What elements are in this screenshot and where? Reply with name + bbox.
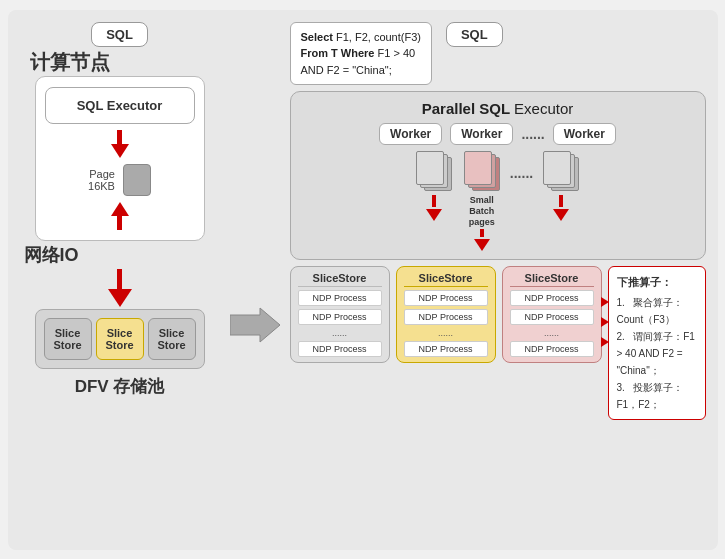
page-area: Page 16KB <box>88 164 151 196</box>
arrow-right-3 <box>601 337 609 347</box>
ss2-ndp1: NDP Process <box>404 290 488 306</box>
right-top-row: Select F1, F2, count(F3) From T Where F1… <box>290 22 706 86</box>
ss2-title: SliceStore <box>404 272 488 287</box>
right-slice-store-3: SliceStore NDP Process NDP Process .....… <box>502 266 602 363</box>
pushdown-title: 下推算子： <box>617 273 697 292</box>
ss1-ndp1: NDP Process <box>298 290 382 306</box>
left-slice-store-1: SliceStore <box>44 318 92 360</box>
compute-node-box: SQL Executor Page 16KB <box>35 76 205 241</box>
ss3-ndp3: NDP Process <box>510 341 594 357</box>
pages-area: SmallBatchpages ...... <box>414 151 581 251</box>
ss1-dots: ...... <box>298 328 382 338</box>
ss3-ndp1: NDP Process <box>510 290 594 306</box>
left-slice-store-2: SliceStore <box>96 318 144 360</box>
right-slice-store-1: SliceStore NDP Process NDP Process .....… <box>290 266 390 363</box>
parallel-title: Parallel SQL Executor <box>422 100 573 117</box>
parallel-sql-executor: Parallel SQL Executor Worker Worker ....… <box>290 91 706 260</box>
page-stack-3 <box>541 151 581 193</box>
ss3-title: SliceStore <box>510 272 594 287</box>
main-container: SQL 计算节点 SQL Executor Page 16KB 网络IO <box>8 10 718 550</box>
pages-dotdot: ...... <box>510 165 533 181</box>
red-arrow-up-1 <box>111 202 129 230</box>
left-slice-store-3: SliceStore <box>148 318 196 360</box>
ss3-dots: ...... <box>510 328 594 338</box>
query-select: Select <box>301 31 333 43</box>
ss1-ndp3: NDP Process <box>298 341 382 357</box>
arrow-right-1 <box>601 297 609 307</box>
bottom-row: SliceStore NDP Process NDP Process .....… <box>290 266 706 420</box>
left-slice-stores: SliceStore SliceStore SliceStore <box>35 309 205 369</box>
small-batch-label: SmallBatchpages <box>469 195 495 227</box>
svg-marker-0 <box>230 308 280 342</box>
pushdown-item-1: 1. 聚合算子：Count（F3） <box>617 294 697 328</box>
sql-label-right: SQL <box>446 22 503 47</box>
pushdown-item-3: 3. 投影算子：F1，F2； <box>617 379 697 413</box>
page-label: Page 16KB <box>88 168 115 192</box>
arrow-right-2 <box>601 317 609 327</box>
sql-label-left: SQL <box>91 22 148 47</box>
sql-executor-box: SQL Executor <box>45 87 195 124</box>
dfv-label: DFV 存储池 <box>75 375 165 398</box>
compute-node-label: 计算节点 <box>30 49 110 76</box>
ss1-title: SliceStore <box>298 272 382 287</box>
ss2-ndp2: NDP Process <box>404 309 488 325</box>
pushdown-item-2: 2. 谓间算子：F1 > 40 AND F2 = "China"； <box>617 328 697 379</box>
query-from: From T Where <box>301 47 375 59</box>
big-arrow-middle <box>230 112 280 538</box>
workers-dotdot: ...... <box>521 126 544 142</box>
page-stack-2 <box>462 151 502 193</box>
red-arrow-down-1 <box>111 130 129 158</box>
page-icon <box>123 164 151 196</box>
ss2-ndp3: NDP Process <box>404 341 488 357</box>
pushdown-box: 下推算子： 1. 聚合算子：Count（F3） 2. 谓间算子：F1 > 40 … <box>608 266 706 420</box>
right-slice-stores: SliceStore NDP Process NDP Process .....… <box>290 266 602 363</box>
worker-box-1: Worker <box>379 123 442 145</box>
workers-row: Worker Worker ...... Worker <box>379 123 616 145</box>
red-arrow-down-2 <box>108 269 132 307</box>
left-panel: SQL 计算节点 SQL Executor Page 16KB 网络IO <box>20 22 220 538</box>
right-slice-store-2: SliceStore NDP Process NDP Process .....… <box>396 266 496 363</box>
worker-box-3: Worker <box>553 123 616 145</box>
page-col-3 <box>541 151 581 221</box>
page-stack-1 <box>414 151 454 193</box>
worker-box-2: Worker <box>450 123 513 145</box>
ss1-ndp2: NDP Process <box>298 309 382 325</box>
right-panel: Select F1, F2, count(F3) From T Where F1… <box>290 22 706 538</box>
network-io-label: 网络IO <box>24 243 79 267</box>
ss3-ndp2: NDP Process <box>510 309 594 325</box>
ss2-dots: ...... <box>404 328 488 338</box>
sql-query-box: Select F1, F2, count(F3) From T Where F1… <box>290 22 432 86</box>
page-col-1 <box>414 151 454 221</box>
page-col-2: SmallBatchpages <box>462 151 502 251</box>
